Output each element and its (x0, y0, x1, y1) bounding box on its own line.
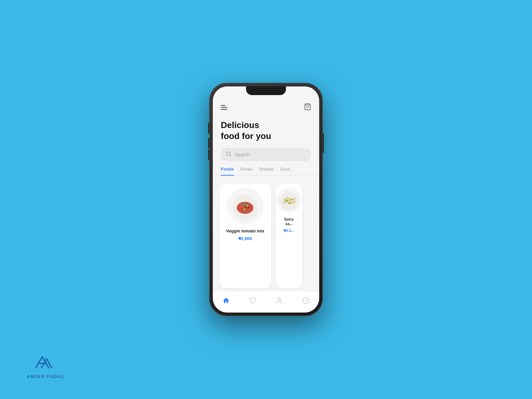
food-price-spicy: ₦2,3... (284, 228, 294, 233)
svg-point-19 (278, 298, 280, 300)
bottom-nav (213, 291, 319, 313)
phone-notch (246, 86, 286, 95)
food-card-veggie-tomato[interactable]: Veggie tomato mix ₦1,900 (219, 184, 271, 288)
food-cards-list: Veggie tomato mix ₦1,900 (213, 181, 319, 291)
watermark: AMJED FADUL (27, 351, 65, 379)
watermark-text-label: AMJED FADUL (27, 374, 65, 379)
nav-profile[interactable] (273, 295, 286, 306)
svg-point-13 (244, 206, 246, 208)
watermark-logo (34, 351, 57, 372)
phone-screen: Delicious food for you Search (213, 86, 319, 313)
food-name-veggie: Veggie tomato mix (226, 228, 264, 234)
svg-point-11 (243, 208, 245, 210)
hero-section: Delicious food for you (213, 117, 319, 147)
category-tabs: Foods Drinks Snacks Sauc... (213, 167, 319, 176)
tab-sauces[interactable]: Sauc... (280, 167, 293, 176)
svg-point-17 (290, 199, 293, 200)
tab-foods[interactable]: Foods (221, 167, 234, 176)
search-bar[interactable]: Search (221, 148, 311, 161)
search-icon (226, 151, 231, 158)
food-image-spicy (277, 188, 302, 213)
nav-history[interactable] (299, 295, 313, 306)
phone-frame: Delicious food for you Search (209, 83, 323, 316)
nav-favorites[interactable] (246, 295, 259, 306)
search-section: Search (213, 147, 319, 167)
food-card-spicy-partial[interactable]: Spicysa... ₦2,3... (276, 184, 302, 288)
svg-point-14 (242, 208, 243, 209)
food-price-veggie: ₦1,900 (238, 236, 252, 241)
app-content: Delicious food for you Search (213, 86, 319, 313)
svg-point-2 (227, 152, 230, 156)
svg-line-3 (230, 155, 231, 156)
cart-button[interactable] (304, 103, 311, 112)
search-placeholder: Search (235, 152, 249, 157)
tab-snacks[interactable]: Snacks (259, 167, 274, 176)
svg-point-12 (247, 205, 248, 206)
hamburger-menu-button[interactable] (221, 105, 227, 110)
tab-drinks[interactable]: Drinks (240, 167, 253, 176)
nav-home[interactable] (219, 295, 233, 306)
food-image-veggie (227, 188, 264, 224)
svg-point-18 (288, 203, 291, 204)
food-name-spicy: Spicysa... (284, 217, 294, 226)
hero-title: Delicious food for you (221, 120, 311, 141)
svg-point-5 (237, 202, 253, 214)
